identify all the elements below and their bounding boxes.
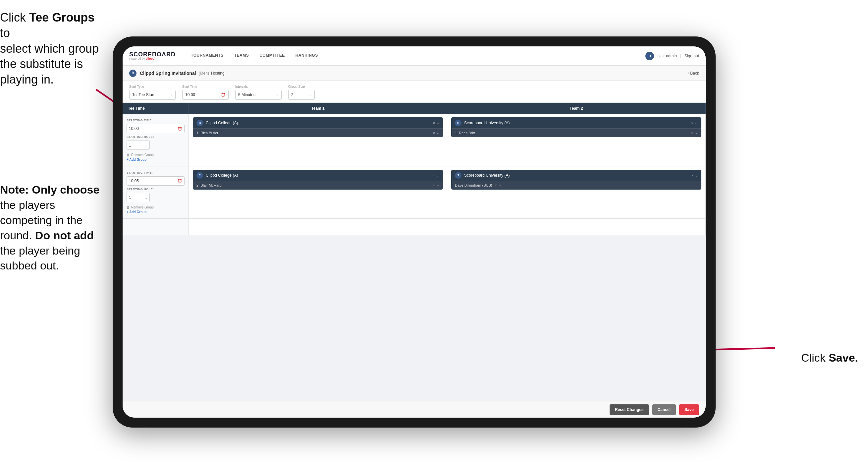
group-2-team2-chevron-icon[interactable]: ⌄: [695, 173, 698, 178]
intervals-input[interactable]: 5 Minutes ⌄: [235, 90, 282, 100]
remove-group-btn-1[interactable]: 🗑 Remove Group: [127, 153, 185, 157]
nav-committee[interactable]: COMMITTEE: [254, 47, 290, 66]
hosting-label: Hosting: [211, 71, 225, 76]
trash-icon-1: 🗑: [127, 153, 130, 157]
partial-team1: [189, 219, 447, 235]
intervals-chevron: ⌄: [276, 93, 279, 97]
group-1-team1-player-1-actions: × ⌄: [433, 130, 439, 135]
nav-rankings[interactable]: RANKINGS: [290, 47, 323, 66]
back-button[interactable]: ‹ Back: [688, 71, 699, 76]
group-1-team1-actions: × ⌄: [433, 121, 439, 125]
group-1-team2-actions: × ⌄: [691, 121, 698, 125]
tournament-meta: (Men): [199, 71, 209, 76]
starting-time-label-1: STARTING TIME:: [127, 119, 185, 122]
group-1-team1-player-1-remove-icon[interactable]: ×: [433, 131, 435, 135]
save-button[interactable]: Save: [679, 404, 699, 415]
group-2-team2-logo: S: [455, 172, 462, 179]
starting-hole-input-2[interactable]: 1 ⌄: [127, 193, 150, 202]
save-bold: Save.: [829, 351, 858, 364]
add-group-btn-2[interactable]: + Add Group: [127, 210, 185, 214]
group-1-sidebar: STARTING TIME: 10:00 ⏰ STARTING HOLE: 1 …: [123, 114, 189, 166]
group-1-team1-player-1-chevron-icon[interactable]: ⌄: [436, 130, 439, 135]
start-type-input[interactable]: 1st Tee Start ⌄: [129, 90, 176, 100]
group-2-team1-card: C Clippd College (A) × ⌄ 2. Blair McHarg…: [193, 170, 443, 189]
footer-bar: Reset Changes Cancel Save: [123, 401, 706, 418]
group-1-team1-remove-icon[interactable]: ×: [433, 121, 435, 125]
reset-changes-button[interactable]: Reset Changes: [610, 404, 649, 415]
nav-teams[interactable]: TEAMS: [229, 47, 254, 66]
time-clock-icon-2: ⏰: [178, 179, 182, 183]
start-type-label: Start Type: [129, 85, 176, 88]
group-1-team2-cell: S Scoreboard University (A) × ⌄ 1. Rees …: [447, 114, 706, 166]
start-time-input[interactable]: 10:00 ⏰: [182, 90, 228, 100]
group-2-team2-remove-icon[interactable]: ×: [691, 173, 693, 177]
instruction-text: Click Tee Groups toselect which groupthe…: [0, 10, 106, 88]
group-1-team2-player-1-name: 1. Rees Britt: [455, 131, 689, 135]
starting-time-input-1[interactable]: 10:00 ⏰: [127, 124, 185, 133]
nav-right: B blair admin | Sign out: [645, 52, 699, 60]
group-2-team2-header: S Scoreboard University (A) × ⌄: [452, 170, 701, 181]
start-time-field: Start Time 10:00 ⏰: [182, 85, 228, 100]
group-1-team1-chevron-icon[interactable]: ⌄: [436, 121, 439, 125]
group-1-team2-name: Scoreboard University (A): [464, 121, 689, 125]
scoreboard-logo: SCOREBOARD Powered by clippd: [129, 51, 176, 60]
logo-brand: clippd: [146, 57, 155, 60]
group-2-sidebar: STARTING TIME: 10:05 ⏰ STARTING HOLE: 1 …: [123, 166, 189, 218]
group-1-team2-player-1: 1. Rees Britt × ⌄: [452, 128, 701, 137]
group-2-team1-player-1: 2. Blair McHarg × ⌄: [193, 181, 443, 189]
group-row-2: STARTING TIME: 10:05 ⏰ STARTING HOLE: 1 …: [123, 166, 706, 219]
group-2-team1-cell: C Clippd College (A) × ⌄ 2. Blair McHarg…: [189, 166, 447, 218]
cancel-button[interactable]: Cancel: [652, 404, 676, 415]
group-size-input[interactable]: 2 ⌄: [288, 90, 315, 100]
user-name: blair admin: [657, 54, 677, 58]
tablet-device: SCOREBOARD Powered by clippd TOURNAMENTS…: [113, 36, 716, 428]
group-2-team1-chevron-icon[interactable]: ⌄: [436, 173, 439, 178]
group-2-team2-cell: S Scoreboard University (A) × ⌄ Dave Bil…: [447, 166, 706, 218]
main-content: STARTING TIME: 10:00 ⏰ STARTING HOLE: 1 …: [123, 114, 706, 401]
group-2-team1-player-1-remove-icon[interactable]: ×: [433, 183, 435, 187]
group-2-team2-player-1-chevron-icon[interactable]: ⌄: [498, 183, 501, 187]
starting-time-input-2[interactable]: 10:05 ⏰: [127, 176, 185, 185]
instruction-line1: Click Tee Groups toselect which groupthe…: [0, 10, 99, 86]
group-1-team2-chevron-icon[interactable]: ⌄: [695, 121, 698, 125]
group-1-team2-player-1-chevron-icon[interactable]: ⌄: [695, 130, 698, 135]
add-group-btn-1[interactable]: + Add Group: [127, 158, 185, 162]
intervals-field: Intervals 5 Minutes ⌄: [235, 85, 282, 100]
start-time-label: Start Time: [182, 85, 228, 88]
th-team1: Team 1: [189, 103, 447, 114]
intervals-label: Intervals: [235, 85, 282, 88]
th-tee-time: Tee Time: [123, 103, 189, 114]
group-1-team1-logo: C: [196, 120, 203, 126]
nav-separator: |: [680, 54, 681, 58]
group-size-chevron: ⌄: [309, 93, 312, 97]
group-1-team2-remove-icon[interactable]: ×: [691, 121, 693, 125]
remove-group-btn-2[interactable]: 🗑 Remove Group: [127, 205, 185, 209]
group-2-team1-player-1-chevron-icon[interactable]: ⌄: [436, 183, 439, 187]
nav-tournaments[interactable]: TOURNAMENTS: [186, 47, 229, 66]
group-1-team2-player-1-remove-icon[interactable]: ×: [691, 131, 693, 135]
group-2-team1-header: C Clippd College (A) × ⌄: [193, 170, 443, 181]
starting-hole-label-1: STARTING HOLE:: [127, 135, 185, 139]
starting-hole-input-1[interactable]: 1 ⌄: [127, 141, 150, 150]
signout-link[interactable]: Sign out: [684, 54, 699, 58]
group-1-team1-player-1-name: 1. Rich Butler: [196, 131, 430, 135]
settings-row: Start Type 1st Tee Start ⌄ Start Time 10…: [123, 81, 706, 103]
group-2-team1-name: Clippd College (A): [206, 173, 430, 178]
hole-chevron-2: ⌄: [145, 196, 148, 200]
group-2-team2-player-1-remove-icon[interactable]: ×: [495, 183, 497, 187]
note-text: Note: Only choosethe playerscompeting in…: [0, 182, 106, 273]
group-row-1: STARTING TIME: 10:00 ⏰ STARTING HOLE: 1 …: [123, 114, 706, 166]
sub-header: B Clippd Spring Invitational (Men) Hosti…: [123, 66, 706, 81]
group-1-team2-card: S Scoreboard University (A) × ⌄ 1. Rees …: [451, 117, 701, 137]
sub-header-logo: B: [129, 69, 136, 77]
group-2-team2-player-1-actions: × ⌄: [495, 183, 501, 187]
do-not-add-bold: Do not add: [35, 229, 94, 242]
group-2-team1-remove-icon[interactable]: ×: [433, 173, 435, 177]
group-1-team2-player-1-actions: × ⌄: [691, 130, 698, 135]
group-2-team2-actions: × ⌄: [691, 173, 698, 178]
group-size-field: Group Size 2 ⌄: [288, 85, 315, 100]
nav-links: TOURNAMENTS TEAMS COMMITTEE RANKINGS: [186, 47, 645, 66]
group-1-actions: 🗑 Remove Group + Add Group: [127, 153, 185, 162]
table-header: Tee Time Team 1 Team 2: [123, 103, 706, 114]
group-2-team2-card: S Scoreboard University (A) × ⌄ Dave Bil…: [451, 170, 701, 189]
